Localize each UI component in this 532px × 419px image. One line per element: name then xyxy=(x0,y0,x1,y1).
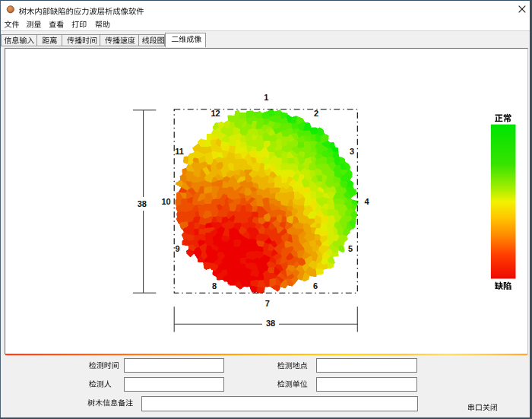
svg-text:12: 12 xyxy=(211,109,220,118)
svg-text:4: 4 xyxy=(364,197,369,206)
svg-text:1: 1 xyxy=(264,93,268,102)
svg-text:10: 10 xyxy=(161,197,170,206)
svg-text:6: 6 xyxy=(313,281,318,290)
svg-text:8: 8 xyxy=(212,281,217,290)
svg-text:7: 7 xyxy=(265,299,270,308)
svg-text:2: 2 xyxy=(314,109,318,118)
svg-text:5: 5 xyxy=(348,244,353,253)
svg-text:3: 3 xyxy=(350,147,354,156)
svg-text:38: 38 xyxy=(138,199,147,208)
svg-text:11: 11 xyxy=(175,147,184,156)
svg-text:38: 38 xyxy=(266,319,275,328)
svg-text:9: 9 xyxy=(175,244,179,253)
